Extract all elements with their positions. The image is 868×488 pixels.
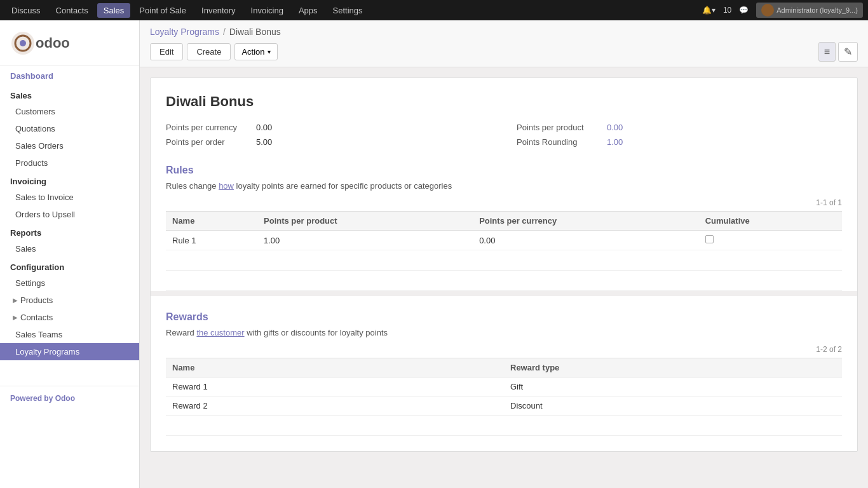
sidebar-item-orders-to-upsell[interactable]: Orders to Upsell	[0, 206, 139, 223]
notification-count[interactable]: 10	[723, 6, 731, 15]
breadcrumb-separator: /	[223, 27, 226, 37]
rewards-section-desc: Reward the customer with gifts or discou…	[166, 328, 842, 337]
reward-type: Gift	[504, 377, 842, 396]
sidebar-item-settings[interactable]: Settings	[0, 274, 139, 292]
field-points-rounding: Points Rounding 1.00	[517, 137, 842, 147]
rewards-desc-text-1: Reward	[166, 328, 196, 337]
points-rounding-label: Points Rounding	[517, 137, 599, 147]
rules-desc-link[interactable]: how	[219, 181, 234, 191]
odoo-logo-svg: odoo	[10, 30, 80, 56]
sidebar-footer: Powered by Odoo	[0, 386, 139, 410]
rule-cumulative	[699, 231, 842, 250]
create-button[interactable]: Create	[187, 43, 231, 60]
admin-label: Administrator (loyalty_9...)	[776, 6, 858, 14]
rewards-table: Name Reward type Reward 1 Gift Reward 2 …	[166, 358, 842, 416]
rule-points-currency: 0.00	[473, 231, 699, 250]
points-per-order-label: Points per order	[166, 137, 248, 147]
rewards-col-name: Name	[166, 358, 504, 377]
rule-name: Rule 1	[166, 231, 257, 250]
sidebar-sales-section: Sales	[0, 86, 139, 103]
svg-point-2	[20, 40, 26, 46]
nav-invoicing[interactable]: Invoicing	[245, 3, 290, 18]
rules-count: 1-1 of 1	[166, 198, 842, 207]
chat-icon[interactable]: 💬	[739, 6, 749, 15]
table-row[interactable]: Rule 1 1.00 0.00	[166, 231, 842, 250]
rewards-section: Rewards Reward the customer with gifts o…	[166, 311, 842, 436]
edit-button[interactable]: Edit	[150, 43, 183, 60]
main-layout: odoo Dashboard Sales Customers Quotation…	[0, 20, 868, 488]
points-rounding-value: 1.00	[607, 137, 623, 147]
sidebar-item-contacts-expandable[interactable]: ▶ Contacts	[0, 309, 139, 326]
rules-col-name: Name	[166, 212, 257, 231]
toolbar-right: ≡ ✎	[818, 42, 858, 62]
sidebar-item-products-expandable[interactable]: ▶ Products	[0, 292, 139, 309]
rewards-section-title: Rewards	[166, 311, 842, 323]
points-per-currency-label: Points per currency	[166, 123, 248, 132]
nav-inventory[interactable]: Inventory	[195, 3, 241, 18]
rules-desc-text-1: Rules change	[166, 181, 219, 191]
form-fields: Points per currency 0.00 Points per prod…	[166, 123, 842, 147]
rewards-table-header-row: Name Reward type	[166, 358, 842, 377]
rewards-count: 1-2 of 2	[166, 345, 842, 354]
admin-badge[interactable]: Administrator (loyalty_9...)	[756, 3, 863, 18]
sidebar-item-sales-to-invoice[interactable]: Sales to Invoice	[0, 189, 139, 206]
sidebar-item-products[interactable]: Products	[0, 154, 139, 172]
points-per-currency-value: 0.00	[256, 123, 272, 132]
rewards-desc-link[interactable]: the customer	[196, 328, 244, 337]
edit-view-button[interactable]: ✎	[838, 42, 858, 62]
action-dropdown-icon: ▾	[268, 48, 271, 55]
notification-icon[interactable]: 🔔▾	[702, 6, 715, 15]
avatar	[761, 4, 774, 17]
list-view-button[interactable]: ≡	[818, 42, 836, 62]
rules-table-header-row: Name Points per product Points per curre…	[166, 212, 842, 231]
nav-point-of-sale[interactable]: Point of Sale	[133, 3, 193, 18]
breadcrumb-parent-link[interactable]: Loyalty Programs	[150, 27, 219, 37]
toolbar-left: Edit Create Action ▾	[150, 43, 278, 60]
rules-table: Name Points per product Points per curre…	[166, 211, 842, 250]
nav-apps[interactable]: Apps	[292, 3, 324, 18]
sidebar-item-sales-orders[interactable]: Sales Orders	[0, 137, 139, 154]
sidebar-logo: odoo	[0, 20, 139, 66]
action-button[interactable]: Action ▾	[234, 43, 277, 60]
footer-text: Powered by	[10, 394, 55, 403]
cumulative-checkbox[interactable]	[705, 235, 714, 243]
sidebar-item-quotations[interactable]: Quotations	[0, 120, 139, 137]
sidebar-dashboard[interactable]: Dashboard	[0, 66, 139, 86]
table-row[interactable]: Reward 1 Gift	[166, 377, 842, 396]
reward-type: Discount	[504, 396, 842, 416]
points-per-order-value: 5.00	[256, 137, 272, 147]
table-row[interactable]: Reward 2 Discount	[166, 396, 842, 416]
sidebar-item-customers[interactable]: Customers	[0, 103, 139, 120]
breadcrumb-container: Loyalty Programs / Diwali Bonus	[140, 20, 868, 37]
form-title: Diwali Bonus	[166, 93, 842, 110]
expand-arrow-products: ▶	[13, 297, 18, 304]
top-navigation: Discuss Contacts Sales Point of Sale Inv…	[0, 0, 868, 20]
rule-points-product: 1.00	[257, 231, 473, 250]
sidebar: odoo Dashboard Sales Customers Quotation…	[0, 20, 140, 488]
header-bar: Loyalty Programs / Diwali Bonus Edit Cre…	[140, 20, 868, 67]
form-content: Diwali Bonus Points per currency 0.00 Po…	[150, 78, 858, 452]
rules-col-cumulative: Cumulative	[699, 212, 842, 231]
nav-contacts[interactable]: Contacts	[50, 3, 95, 18]
field-points-per-product: Points per product 0.00	[517, 123, 842, 132]
reward-name: Reward 2	[166, 396, 504, 416]
rules-section-title: Rules	[166, 165, 842, 176]
section-divider	[151, 291, 857, 296]
breadcrumb: Loyalty Programs / Diwali Bonus	[150, 27, 858, 37]
sidebar-item-sales-teams[interactable]: Sales Teams	[0, 326, 139, 343]
breadcrumb-current: Diwali Bonus	[229, 27, 281, 37]
footer-brand: Odoo	[55, 394, 75, 403]
sidebar-reports-section: Reports	[0, 223, 139, 240]
field-points-per-order: Points per order 5.00	[166, 137, 491, 147]
toolbar: Edit Create Action ▾ ≡ ✎	[140, 37, 868, 67]
content-area: Loyalty Programs / Diwali Bonus Edit Cre…	[140, 20, 868, 488]
sidebar-item-loyalty-programs[interactable]: Loyalty Programs	[0, 343, 139, 360]
nav-discuss[interactable]: Discuss	[5, 3, 47, 18]
nav-settings[interactable]: Settings	[327, 3, 369, 18]
sidebar-item-products-config: Products	[20, 295, 53, 305]
expand-arrow-contacts: ▶	[13, 314, 18, 321]
action-button-label: Action	[241, 47, 264, 57]
rules-section-desc: Rules change how loyalty points are earn…	[166, 181, 842, 191]
nav-sales[interactable]: Sales	[97, 3, 131, 18]
sidebar-item-sales-report[interactable]: Sales	[0, 240, 139, 257]
